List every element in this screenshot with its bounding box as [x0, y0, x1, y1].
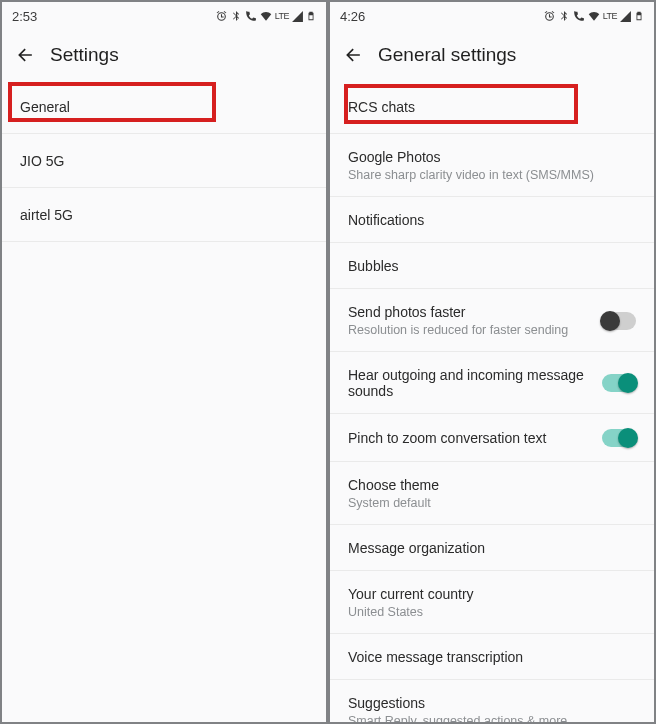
row-title: Your current country: [348, 586, 636, 602]
bluetooth-icon: [230, 10, 242, 22]
signal-icon: [619, 10, 632, 23]
row-bubbles[interactable]: Bubbles: [330, 243, 654, 289]
row-subtitle: Share sharp clarity video in text (SMS/M…: [348, 168, 636, 182]
list-item-jio[interactable]: JIO 5G: [2, 134, 326, 188]
row-voice-transcription[interactable]: Voice message transcription: [330, 634, 654, 680]
row-subtitle: Smart Reply, suggested actions & more: [348, 714, 636, 724]
phone-right: 4:26 LTE General s: [328, 0, 656, 724]
status-icons: LTE: [215, 9, 316, 23]
list-item-label: JIO 5G: [20, 153, 64, 169]
list-item-label: airtel 5G: [20, 207, 73, 223]
row-subtitle: Resolution is reduced for faster sending: [348, 323, 592, 337]
row-title: Notifications: [348, 212, 636, 228]
row-title: Voice message transcription: [348, 649, 636, 665]
row-title: Message organization: [348, 540, 636, 556]
alarm-icon: [543, 10, 556, 23]
toggle-send-photos-faster[interactable]: [602, 312, 636, 330]
settings-list: General JIO 5G airtel 5G: [2, 80, 326, 242]
status-icons: LTE: [543, 9, 644, 23]
general-settings-list: RCS chats Google Photos Share sharp clar…: [330, 80, 654, 724]
page-title: General settings: [378, 44, 516, 66]
row-choose-theme[interactable]: Choose theme System default: [330, 462, 654, 525]
battery-icon: [634, 9, 644, 23]
toggle-pinch-zoom[interactable]: [602, 429, 636, 447]
wifi-call-icon: [244, 10, 257, 23]
alarm-icon: [215, 10, 228, 23]
row-current-country[interactable]: Your current country United States: [330, 571, 654, 634]
wifi-icon: [259, 9, 273, 23]
row-suggestions[interactable]: Suggestions Smart Reply, suggested actio…: [330, 680, 654, 724]
wifi-icon: [587, 9, 601, 23]
row-google-photos[interactable]: Google Photos Share sharp clarity video …: [330, 134, 654, 197]
row-title: Google Photos: [348, 149, 636, 165]
page-title: Settings: [50, 44, 119, 66]
row-title: Pinch to zoom conversation text: [348, 430, 592, 446]
toggle-message-sounds[interactable]: [602, 374, 636, 392]
row-pinch-zoom[interactable]: Pinch to zoom conversation text: [330, 414, 654, 462]
row-title: Send photos faster: [348, 304, 592, 320]
bluetooth-icon: [558, 10, 570, 22]
wifi-call-icon: [572, 10, 585, 23]
battery-icon: [306, 9, 316, 23]
row-title: Suggestions: [348, 695, 636, 711]
row-title: RCS chats: [348, 99, 636, 115]
back-icon[interactable]: [344, 45, 364, 65]
row-title: Bubbles: [348, 258, 636, 274]
status-time: 2:53: [12, 9, 37, 24]
signal-icon: [291, 10, 304, 23]
row-title: Choose theme: [348, 477, 636, 493]
list-item-general[interactable]: General: [2, 80, 326, 134]
row-subtitle: United States: [348, 605, 636, 619]
back-icon[interactable]: [16, 45, 36, 65]
status-bar: 4:26 LTE: [330, 2, 654, 30]
row-title: Hear outgoing and incoming message sound…: [348, 367, 592, 399]
row-notifications[interactable]: Notifications: [330, 197, 654, 243]
header: Settings: [2, 30, 326, 80]
row-subtitle: System default: [348, 496, 636, 510]
row-message-organization[interactable]: Message organization: [330, 525, 654, 571]
list-item-label: General: [20, 99, 70, 115]
phone-left: 2:53 LTE Settings: [0, 0, 328, 724]
row-rcs-chats[interactable]: RCS chats: [330, 80, 654, 134]
status-bar: 2:53 LTE: [2, 2, 326, 30]
header: General settings: [330, 30, 654, 80]
network-label: LTE: [275, 12, 289, 21]
list-item-airtel[interactable]: airtel 5G: [2, 188, 326, 242]
row-send-photos-faster[interactable]: Send photos faster Resolution is reduced…: [330, 289, 654, 352]
row-message-sounds[interactable]: Hear outgoing and incoming message sound…: [330, 352, 654, 414]
network-label: LTE: [603, 12, 617, 21]
status-time: 4:26: [340, 9, 365, 24]
